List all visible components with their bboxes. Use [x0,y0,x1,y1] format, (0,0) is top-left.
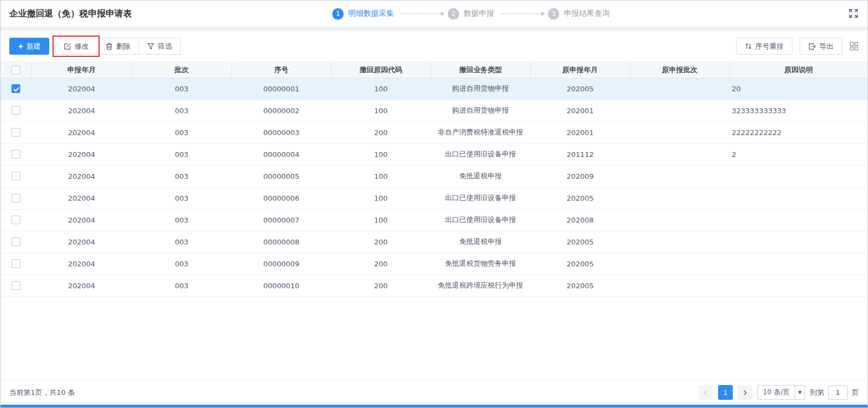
table-cell: 202005 [530,275,630,296]
trash-icon [106,43,113,50]
edit-button[interactable]: 修改 [55,38,97,55]
row-checkbox-cell [1,209,31,231]
row-checkbox[interactable] [11,281,20,290]
table-row[interactable]: 20200400300000005100免抵退税申报202009 [1,165,867,187]
row-checkbox[interactable] [11,237,20,246]
page-size-value: 10 条/页 [758,388,795,397]
table-cell: 202001 [530,121,630,143]
page-number-button[interactable]: 1 [718,385,733,400]
goto-label: 到第 [810,388,824,398]
table-cell: 20 [730,78,867,100]
row-checkbox-cell [1,78,31,100]
table-cell: 免抵退税申报 [431,165,530,187]
page-unit-label: 页 [852,388,859,398]
new-button-label: 新建 [26,42,40,51]
header-panel-divider [1,27,867,31]
pager: 1 10 条/页 ▼ 到第 页 [698,385,859,400]
table-cell: 00000005 [232,165,331,187]
step-2-circle: 2 [448,8,459,20]
fullscreen-icon[interactable] [848,8,859,19]
row-checkbox[interactable] [11,194,20,202]
row-checkbox-cell [1,231,31,253]
table-row[interactable]: 20200400300000009200免抵退税货物劳务申报202005 [1,253,867,275]
filter-icon [147,43,154,50]
row-checkbox[interactable] [11,215,20,224]
table-cell: 323333333333 [730,100,867,121]
table-cell: 202005 [530,253,630,275]
row-checkbox[interactable] [11,84,20,93]
app-window: 企业撤回退（免）税申报申请表 1 明细数据采集 2 数据申报 3 申报结果查询 [0,0,868,408]
filter-button[interactable]: 筛选 [138,38,181,55]
table-row[interactable]: 20200400300000006100出口已使用旧设备申报202005 [1,187,867,209]
step-result-query[interactable]: 3 申报结果查询 [548,8,610,20]
table-body: 20200400300000001100购进自用货物申报202005202020… [1,78,867,296]
table-row[interactable]: 20200400300000003200非自产消费税特准退税申报20200122… [1,121,867,143]
table-row[interactable]: 20200400300000001100购进自用货物申报20200520 [1,78,867,100]
step-detail-data-collection[interactable]: 1 明细数据采集 [332,8,394,20]
step-3-label: 申报结果查询 [564,9,610,19]
column-header: 申报年月 [31,62,132,78]
step-connector-icon [401,13,441,14]
table-header-row: 申报年月 批次 序号 撤回原因代码 撤回业务类型 原申报年月 原申报批次 原因说… [1,62,867,78]
step-2-label: 数据申报 [464,9,494,19]
table-cell [630,187,730,209]
table-cell: 202004 [31,253,132,275]
table-cell: 202004 [31,78,132,100]
toolbar-right: 序号重排 导出 [736,38,859,55]
goto-page-input[interactable] [828,386,848,400]
table-cell: 003 [132,275,232,296]
toolbar: + 新建 修改 [1,31,867,62]
table-row[interactable]: 20200400300000007100出口已使用旧设备申报202008 [1,209,867,231]
table-row[interactable]: 20200400300000010200免抵退税跨境应税行为申报202005 [1,275,867,296]
column-header: 撤回业务类型 [431,62,530,78]
table-cell: 00000001 [232,78,331,100]
row-checkbox-cell [1,187,31,209]
new-button[interactable]: + 新建 [9,38,49,55]
table-row[interactable]: 20200400300000008200免抵退税申报202005 [1,231,867,253]
table-cell: 非自产消费税特准退税申报 [431,121,530,143]
table-cell: 100 [331,209,431,231]
table-cell: 100 [331,143,431,165]
row-checkbox[interactable] [11,259,20,268]
page-size-select[interactable]: 10 条/页 ▼ [757,385,805,400]
table-cell [730,187,867,209]
prev-page-button[interactable] [698,385,713,400]
step-connector-icon [501,13,541,14]
table-cell: 100 [331,187,431,209]
row-checkbox-cell [1,165,31,187]
table-cell [630,143,730,165]
reorder-button[interactable]: 序号重排 [736,38,792,55]
column-header: 原申报批次 [630,62,730,78]
table-cell: 202004 [31,275,132,296]
table-cell: 00000006 [232,187,331,209]
next-page-button[interactable] [738,385,753,400]
pagination-bar: 当前第1页，共10 条 1 10 条/页 ▼ 到第 页 [1,380,867,405]
row-checkbox[interactable] [11,172,20,180]
table-cell [630,78,730,100]
delete-button[interactable]: 删除 [97,38,139,55]
stepper: 1 明细数据采集 2 数据申报 3 申报结果查询 [332,1,610,27]
table-cell: 202005 [530,231,630,253]
table-row[interactable]: 20200400300000004100出口已使用旧设备申报2011122 [1,143,867,165]
page-title: 企业撤回退（免）税申报申请表 [9,8,132,20]
export-button[interactable]: 导出 [800,38,842,55]
table-cell [730,165,867,187]
table-cell: 00000007 [232,209,331,231]
table-cell [630,275,730,296]
table-cell [630,100,730,121]
table-cell: 出口已使用旧设备申报 [431,143,530,165]
row-checkbox[interactable] [11,150,20,159]
table-cell [730,231,867,253]
column-settings-icon[interactable] [849,42,859,51]
table-cell: 100 [331,165,431,187]
delete-button-label: 删除 [116,42,130,51]
select-all-checkbox[interactable] [11,66,20,74]
table-cell: 202001 [530,100,630,121]
table-row[interactable]: 20200400300000002100购进自用货物申报202001323333… [1,100,867,121]
row-checkbox[interactable] [11,106,20,115]
step-data-declaration[interactable]: 2 数据申报 [448,8,494,20]
step-3-circle: 3 [548,8,559,20]
row-checkbox[interactable] [11,128,20,137]
table-cell: 202005 [530,78,630,100]
table-cell [630,165,730,187]
